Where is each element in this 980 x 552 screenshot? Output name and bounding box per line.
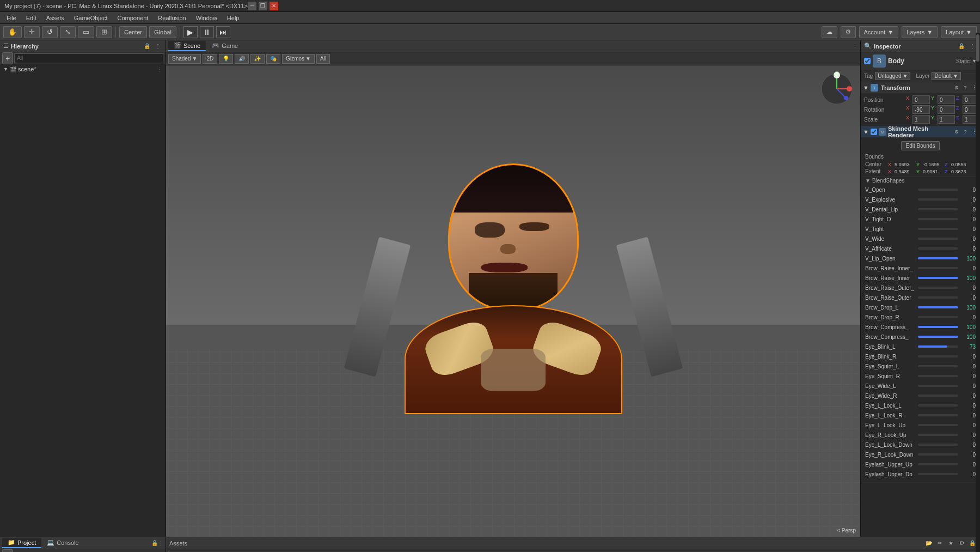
rot-y-field[interactable] bbox=[938, 105, 955, 114]
blend-slider-container[interactable] bbox=[918, 385, 958, 387]
rot-x-field[interactable] bbox=[912, 105, 930, 114]
tool-move[interactable]: ✛ bbox=[24, 26, 40, 38]
object-enabled-checkbox[interactable] bbox=[864, 58, 871, 64]
hierarchy-item-scene[interactable]: ▼ 🎬 scene* ⋮ bbox=[1, 65, 164, 73]
minimize-button[interactable]: ─ bbox=[248, 2, 256, 10]
step-button[interactable]: ⏭ bbox=[216, 26, 230, 38]
blend-slider-container[interactable] bbox=[918, 336, 958, 338]
menu-gameobject[interactable]: GameObject bbox=[70, 14, 112, 22]
transform-info-button[interactable]: ? bbox=[961, 84, 969, 92]
fx-button[interactable]: ✨ bbox=[250, 54, 265, 64]
layout-dropdown[interactable]: Layout ▼ bbox=[941, 26, 977, 38]
space-button[interactable]: Global bbox=[149, 26, 176, 38]
smr-enabled-checkbox[interactable] bbox=[871, 129, 877, 135]
blend-slider-container[interactable] bbox=[918, 208, 958, 210]
blend-slider-container[interactable] bbox=[918, 238, 958, 240]
services-button[interactable]: ⚙ bbox=[841, 26, 856, 38]
blend-slider-container[interactable] bbox=[918, 189, 958, 191]
menu-help[interactable]: Help bbox=[223, 14, 244, 22]
2d-button[interactable]: 2D bbox=[203, 54, 217, 64]
menu-edit[interactable]: Edit bbox=[22, 14, 41, 22]
gizmos-dropdown[interactable]: Gizmos ▼ bbox=[282, 54, 315, 64]
project-panel-lock[interactable]: 🔒 bbox=[151, 540, 158, 546]
hier-scene-menu[interactable]: ⋮ bbox=[157, 66, 162, 72]
blend-slider-container[interactable] bbox=[918, 267, 958, 269]
menu-reallusion[interactable]: Reallusion bbox=[154, 14, 190, 22]
assets-create-button[interactable]: ✏ bbox=[935, 539, 944, 548]
layer-dropdown[interactable]: Default ▼ bbox=[932, 72, 961, 80]
blend-slider-container[interactable] bbox=[918, 355, 958, 357]
collab-button[interactable]: ☁ bbox=[822, 26, 837, 38]
tool-universal[interactable]: ⊞ bbox=[96, 26, 112, 38]
inspector-lock-button[interactable]: 🔒 bbox=[957, 42, 966, 51]
blend-slider-container[interactable] bbox=[918, 228, 958, 230]
tab-scene[interactable]: 🎬 Scene bbox=[168, 41, 206, 51]
shaded-dropdown[interactable]: Shaded ▼ bbox=[168, 54, 201, 64]
layers-dropdown[interactable]: Layers ▼ bbox=[902, 26, 938, 38]
smr-info-button[interactable]: ? bbox=[961, 128, 969, 136]
blend-slider-container[interactable] bbox=[918, 287, 958, 289]
blend-slider-container[interactable] bbox=[918, 434, 958, 436]
blend-slider-container[interactable] bbox=[918, 296, 958, 299]
hierarchy-add-button[interactable]: + bbox=[2, 52, 13, 64]
blend-slider-container[interactable] bbox=[918, 277, 958, 279]
blend-slider-container[interactable] bbox=[918, 365, 958, 367]
scene-menu-button[interactable]: ⋮ bbox=[852, 43, 858, 50]
tab-project[interactable]: 📁 Project bbox=[2, 538, 41, 548]
assets-reveal-button[interactable]: 📂 bbox=[924, 539, 933, 548]
blend-slider-container[interactable] bbox=[918, 404, 958, 407]
blend-slider-container[interactable] bbox=[918, 247, 958, 250]
menu-window[interactable]: Window bbox=[192, 14, 222, 22]
restore-button[interactable]: ❐ bbox=[259, 2, 267, 10]
blend-slider-container[interactable] bbox=[918, 375, 958, 377]
assets-settings-button[interactable]: ⚙ bbox=[957, 539, 966, 548]
edit-bounds-button[interactable]: Edit Bounds bbox=[901, 141, 940, 150]
pause-button[interactable]: ⏸ bbox=[200, 26, 214, 38]
blend-slider-container[interactable] bbox=[918, 326, 958, 328]
tool-hand[interactable]: ✋ bbox=[3, 26, 22, 38]
tool-rotate[interactable]: ↺ bbox=[42, 26, 58, 38]
blend-slider-container[interactable] bbox=[918, 218, 958, 220]
blend-slider-container[interactable] bbox=[918, 414, 958, 416]
tag-dropdown[interactable]: Untagged ▼ bbox=[875, 72, 910, 80]
blend-slider-container[interactable] bbox=[918, 198, 958, 201]
project-panel-menu[interactable]: ⋮ bbox=[158, 540, 163, 546]
inspector-scrollbar-thumb[interactable] bbox=[976, 40, 979, 62]
lighting-button[interactable]: 💡 bbox=[219, 54, 233, 64]
blend-slider-container[interactable] bbox=[918, 395, 958, 397]
scl-x-field[interactable] bbox=[912, 115, 930, 124]
menu-assets[interactable]: Assets bbox=[42, 14, 69, 22]
tool-scale[interactable]: ⤡ bbox=[60, 26, 76, 38]
menu-file[interactable]: File bbox=[2, 14, 21, 22]
pos-x-field[interactable] bbox=[912, 95, 930, 104]
hierarchy-lock-button[interactable]: 🔒 bbox=[143, 42, 151, 51]
tab-console[interactable]: 💻 Console bbox=[41, 538, 84, 548]
scene-viewport[interactable]: < Persp bbox=[166, 65, 860, 537]
play-button[interactable]: ▶ bbox=[183, 26, 198, 38]
blend-slider-container[interactable] bbox=[918, 463, 958, 465]
persp-button[interactable]: < Persp bbox=[837, 527, 856, 533]
scl-y-field[interactable] bbox=[938, 115, 955, 124]
hierarchy-menu-button[interactable]: ⋮ bbox=[154, 42, 162, 51]
transform-settings-button[interactable]: ⚙ bbox=[953, 84, 960, 92]
assets-favorite-button[interactable]: ★ bbox=[946, 539, 955, 548]
audio-button[interactable]: 🔊 bbox=[235, 54, 249, 64]
transform-header[interactable]: ▼ T Transform ⚙ ? ⋮ bbox=[861, 82, 980, 93]
tool-rect[interactable]: ▭ bbox=[78, 26, 94, 38]
inspector-scrollbar[interactable] bbox=[976, 40, 980, 537]
blend-slider-container[interactable] bbox=[918, 424, 958, 426]
pos-y-field[interactable] bbox=[938, 95, 955, 104]
menu-component[interactable]: Component bbox=[113, 14, 152, 22]
blend-slider-container[interactable] bbox=[918, 473, 958, 475]
blend-slider-container[interactable] bbox=[918, 345, 958, 348]
blend-slider-container[interactable] bbox=[918, 306, 958, 308]
hierarchy-search[interactable] bbox=[14, 53, 163, 63]
blend-slider-container[interactable] bbox=[918, 453, 958, 456]
smr-header[interactable]: ▼ M Skinned Mesh Renderer ⚙ ? ⋮ bbox=[861, 126, 980, 137]
all-button[interactable]: All bbox=[316, 54, 330, 64]
smr-settings-button[interactable]: ⚙ bbox=[953, 128, 960, 136]
scene-overlay-button[interactable]: 🎭 bbox=[266, 54, 280, 64]
blend-slider-container[interactable] bbox=[918, 316, 958, 318]
project-add-button[interactable]: + bbox=[2, 549, 13, 553]
tab-game[interactable]: 🎮 Game bbox=[206, 41, 243, 51]
